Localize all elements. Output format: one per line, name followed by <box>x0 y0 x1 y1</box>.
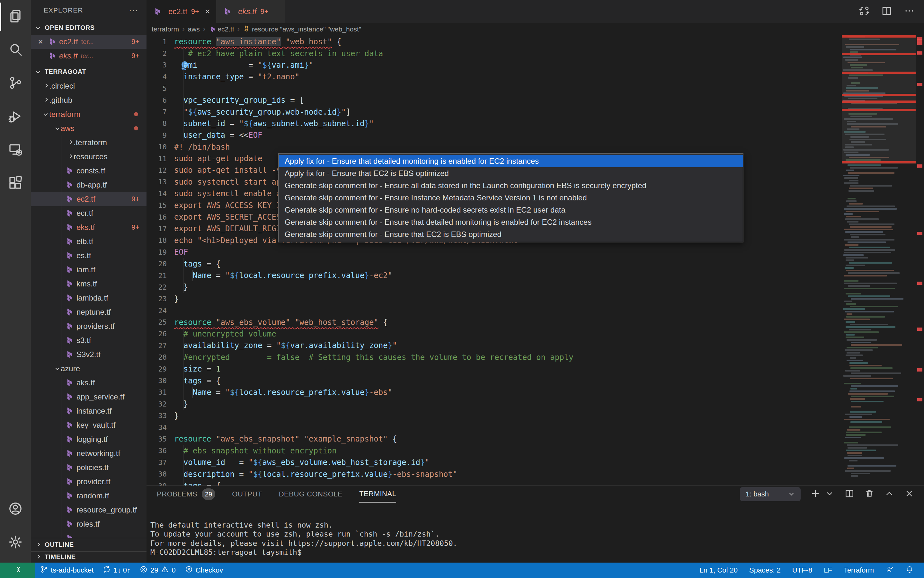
open-editor-item[interactable]: eks.tfter...9+ <box>31 49 146 63</box>
terminal-picker-icon[interactable] <box>825 489 835 500</box>
tree-item-roles-tf[interactable]: roles.tf <box>31 517 146 531</box>
minimap-line <box>842 464 916 467</box>
quick-fix-item[interactable]: Apply fix for - Ensure that detailed mon… <box>279 155 743 167</box>
close-icon[interactable]: × <box>205 6 210 17</box>
quick-fix-item[interactable]: Generate skip comment for - Ensure no ha… <box>279 204 743 216</box>
remote-indicator[interactable] <box>0 563 35 578</box>
editor-tab-eks-tf[interactable]: eks.tf9+ <box>216 0 285 23</box>
breadcrumb-item[interactable]: aws <box>188 25 200 33</box>
tree-item-neptune-tf[interactable]: neptune.tf <box>31 305 146 319</box>
status-item-indentation[interactable]: Spaces: 2 <box>743 563 786 578</box>
tree-item[interactable] <box>31 531 146 538</box>
activity-bar-item-account[interactable] <box>0 493 31 526</box>
activity-bar-item-extensions[interactable] <box>0 167 31 200</box>
tree-item-policies-tf[interactable]: policies.tf <box>31 461 146 475</box>
sidebar-more-actions-icon[interactable]: ··· <box>129 5 138 15</box>
status-item-sync[interactable]: 1↓ 0↑ <box>98 563 135 578</box>
minimap-error-mark <box>842 161 916 164</box>
tree-item-key_vault-tf[interactable]: key_vault.tf <box>31 418 146 432</box>
breadcrumb-item[interactable]: resource "aws_instance" "web_host" <box>243 25 361 34</box>
new-terminal-icon[interactable] <box>810 489 821 500</box>
breadcrumb-item[interactable]: terraform <box>152 25 179 33</box>
activity-bar-item-run-debug[interactable] <box>0 100 31 133</box>
tree-item-logging-tf[interactable]: logging.tf <box>31 432 146 446</box>
close-panel-icon[interactable] <box>904 489 914 500</box>
tree-item-terraform[interactable]: terraform <box>31 107 146 122</box>
minimap[interactable] <box>842 35 916 485</box>
minimap-bar <box>848 198 856 200</box>
panel-tab-output[interactable]: OUTPUT <box>232 486 262 503</box>
split-terminal-icon[interactable] <box>844 489 855 500</box>
open-changes-icon[interactable] <box>859 5 870 18</box>
quick-fix-item[interactable]: Apply fix for - Ensure that EC2 is EBS o… <box>279 167 743 180</box>
quick-fix-item[interactable]: Generate skip comment for - Ensure that … <box>279 228 743 240</box>
tree-item-instance-tf[interactable]: instance.tf <box>31 404 146 418</box>
code-editor[interactable]: 1resource "aws_instance" "web_host" {2 #… <box>146 35 924 485</box>
tree-item-app_service-tf[interactable]: app_service.tf <box>31 390 146 404</box>
tree-item-iam-tf[interactable]: iam.tf <box>31 263 146 277</box>
quick-fix-item[interactable]: Generate skip comment for - Ensure Insta… <box>279 192 743 204</box>
editor-tab-ec2-tf[interactable]: ec2.tf9+× <box>146 0 216 23</box>
close-icon[interactable]: × <box>36 37 45 47</box>
project-section-header[interactable]: TERRAGOAT <box>31 65 146 79</box>
tree-item-lambda-tf[interactable]: lambda.tf <box>31 291 146 305</box>
panel-tab-terminal[interactable]: TERMINAL <box>359 486 396 503</box>
breadcrumb-item[interactable]: ec2.tf <box>208 25 234 33</box>
maximize-panel-icon[interactable] <box>884 489 895 500</box>
tree-item-random-tf[interactable]: random.tf <box>31 489 146 503</box>
activity-bar-item-settings[interactable] <box>0 526 31 559</box>
outline-section-header[interactable]: OUTLINE <box>31 538 146 551</box>
tree-item-es-tf[interactable]: es.tf <box>31 248 146 263</box>
panel-tab-problems[interactable]: PROBLEMS29 <box>157 486 215 503</box>
tree-item-elb-tf[interactable]: elb.tf <box>31 234 146 248</box>
activity-bar-item-remote-explorer[interactable] <box>0 133 31 167</box>
status-item-branch[interactable]: ts-add-bucket <box>35 563 98 578</box>
status-item-language-mode[interactable]: Terraform <box>838 563 880 578</box>
tree-item--circleci[interactable]: .circleci <box>31 79 146 93</box>
quick-fix-item[interactable]: Generate skip comment for - Ensure that … <box>279 216 743 228</box>
more-actions-icon[interactable] <box>903 5 915 18</box>
panel-tab-debug-console[interactable]: DEBUG CONSOLE <box>279 486 342 503</box>
tree-item-db-app-tf[interactable]: db-app.tf <box>31 178 146 192</box>
timeline-section-header[interactable]: TIMELINE <box>31 551 146 563</box>
terminal-output[interactable]: The default interactive shell is now zsh… <box>146 503 924 557</box>
activity-bar-item-search[interactable] <box>0 33 31 67</box>
tree-item-resources[interactable]: resources <box>31 149 146 164</box>
open-editor-item[interactable]: ×ec2.tfter...9+ <box>31 35 146 49</box>
status-item-notifications[interactable] <box>900 563 919 578</box>
tree-item-s3-tf[interactable]: s3.tf <box>31 333 146 347</box>
activity-bar-item-explorer[interactable] <box>0 0 31 33</box>
tree-item--terraform[interactable]: .terraform <box>31 135 146 149</box>
kill-terminal-icon[interactable] <box>864 489 875 500</box>
tree-item-azure[interactable]: azure <box>31 362 146 376</box>
quick-fix-item[interactable]: Generate skip comment for - Ensure all d… <box>279 180 743 192</box>
tree-item-resource_group-tf[interactable]: resource_group.tf <box>31 503 146 517</box>
open-editors-section-header[interactable]: OPEN EDITORS <box>31 21 146 35</box>
tree-item-ec2-tf[interactable]: ec2.tf9+ <box>31 192 146 206</box>
tree-item-provider-tf[interactable]: provider.tf <box>31 475 146 489</box>
status-item-feedback[interactable] <box>880 563 900 578</box>
tree-item-networking-tf[interactable]: networking.tf <box>31 446 146 461</box>
tree-item--github[interactable]: .github <box>31 93 146 107</box>
warning-icon <box>161 565 169 575</box>
status-item-encoding[interactable]: UTF-8 <box>786 563 818 578</box>
tree-item-aws[interactable]: aws <box>31 122 146 135</box>
tree-item-eks-tf[interactable]: eks.tf9+ <box>31 220 146 234</box>
minimap-bar <box>844 283 897 284</box>
activity-bar-bottom <box>0 493 31 559</box>
tree-item-aks-tf[interactable]: aks.tf <box>31 376 146 390</box>
tree-item-providers-tf[interactable]: providers.tf <box>31 319 146 333</box>
terminal-shell-select[interactable]: 1: bash <box>740 487 800 501</box>
code-token: "aws_instance" <box>216 37 281 46</box>
split-editor-icon[interactable] <box>881 5 893 18</box>
tree-item-kms-tf[interactable]: kms.tf <box>31 277 146 291</box>
tree-item-consts-tf[interactable]: consts.tf <box>31 164 146 178</box>
tree-item-S3v2-tf[interactable]: S3v2.tf <box>31 347 146 362</box>
status-item-checkov[interactable]: Checkov <box>180 563 228 578</box>
tree-item-ecr-tf[interactable]: ecr.tf <box>31 206 146 220</box>
activity-bar-item-source-control[interactable] <box>0 67 31 100</box>
minimap-bar <box>848 172 895 174</box>
status-item-eol[interactable]: LF <box>818 563 838 578</box>
status-item-cursor-position[interactable]: Ln 1, Col 20 <box>694 563 743 578</box>
status-item-problems[interactable]: 290 <box>135 563 180 578</box>
